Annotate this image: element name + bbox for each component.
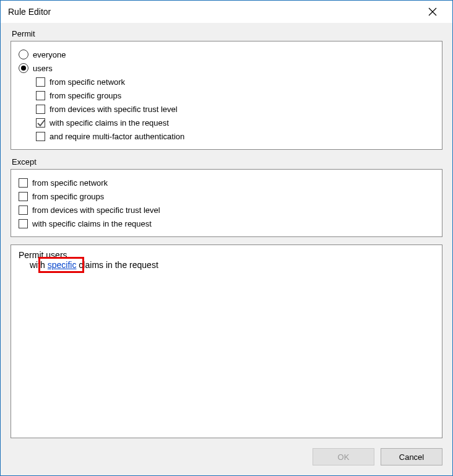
close-icon — [428, 7, 437, 16]
summary-line-2: with specific claims in the request — [30, 260, 434, 270]
radio-everyone[interactable]: everyone — [19, 48, 434, 61]
permit-panel: everyone users from specific network fro… — [11, 41, 442, 150]
summary-post-text: claims in the request — [76, 260, 158, 270]
checkbox-icon — [19, 178, 28, 188]
checkbox-label: and require multi-factor authentication — [50, 132, 184, 141]
checkbox-icon — [36, 77, 45, 87]
specific-link[interactable]: specific — [48, 260, 77, 270]
button-bar: OK Cancel — [11, 446, 442, 465]
except-panel: from specific network from specific grou… — [11, 169, 442, 237]
window-title: Rule Editor — [8, 7, 51, 17]
checkbox-icon — [36, 105, 45, 114]
check-from-specific-network[interactable]: from specific network — [36, 75, 434, 89]
rule-editor-window: Rule Editor Permit everyone users — [0, 0, 453, 476]
checkbox-label: with specific claims in the request — [50, 118, 169, 128]
radio-label: users — [33, 64, 53, 73]
check-from-devices-trust-level[interactable]: from devices with specific trust level — [36, 102, 434, 116]
except-check-from-devices-trust-level[interactable]: from devices with specific trust level — [19, 203, 434, 217]
cancel-button[interactable]: Cancel — [381, 448, 442, 465]
check-with-specific-claims[interactable]: with specific claims in the request — [36, 116, 434, 129]
checkbox-label: from specific network — [32, 178, 108, 188]
except-check-from-specific-groups[interactable]: from specific groups — [19, 189, 434, 203]
except-check-with-specific-claims[interactable]: with specific claims in the request — [19, 217, 434, 230]
radio-icon — [19, 63, 28, 73]
checkbox-icon — [19, 192, 28, 201]
titlebar: Rule Editor — [1, 1, 452, 23]
users-sub-options: from specific network from specific grou… — [36, 75, 434, 143]
checkbox-label: from devices with specific trust level — [50, 105, 178, 114]
summary-pre-text: with — [30, 260, 48, 270]
radio-label: everyone — [33, 50, 66, 59]
permit-label: Permit — [12, 29, 442, 38]
check-require-mfa[interactable]: and require multi-factor authentication — [36, 129, 434, 143]
checkbox-icon — [19, 219, 28, 228]
except-section: Except from specific network from specif… — [11, 157, 442, 237]
summary-line-1: Permit users — [19, 250, 434, 260]
except-check-from-specific-network[interactable]: from specific network — [19, 176, 434, 189]
checkbox-icon — [36, 91, 45, 100]
close-button[interactable] — [419, 3, 446, 20]
radio-users[interactable]: users — [19, 61, 434, 75]
summary-panel: Permit users with specific claims in the… — [11, 244, 442, 438]
radio-icon — [19, 50, 28, 59]
checkbox-icon — [36, 118, 45, 128]
checkbox-icon — [19, 206, 28, 215]
permit-section: Permit everyone users from specific netw… — [11, 29, 442, 150]
except-label: Except — [12, 157, 442, 167]
check-from-specific-groups[interactable]: from specific groups — [36, 89, 434, 102]
checkbox-label: from devices with specific trust level — [32, 206, 160, 215]
checkbox-label: with specific claims in the request — [32, 219, 152, 228]
checkbox-label: from specific groups — [32, 192, 104, 201]
ok-button[interactable]: OK — [313, 448, 374, 465]
content-area: Permit everyone users from specific netw… — [1, 23, 452, 475]
checkbox-label: from specific network — [50, 77, 125, 87]
checkbox-label: from specific groups — [50, 91, 121, 100]
checkbox-icon — [36, 132, 45, 141]
